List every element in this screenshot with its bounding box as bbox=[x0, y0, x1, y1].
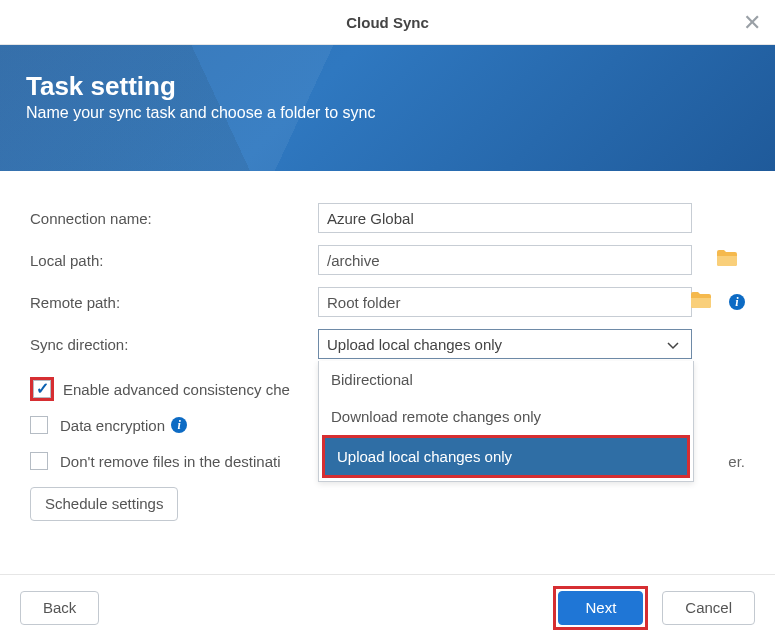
cancel-button[interactable]: Cancel bbox=[662, 591, 755, 625]
highlight-adv-checkbox bbox=[30, 377, 54, 401]
checkbox-advanced-consistency[interactable] bbox=[33, 380, 51, 398]
close-icon[interactable]: ✕ bbox=[743, 10, 761, 36]
connection-name-input[interactable] bbox=[318, 203, 692, 233]
label-advanced-consistency: Enable advanced consistency che bbox=[63, 381, 290, 398]
row-connection-name: Connection name: bbox=[30, 197, 745, 239]
option-download-only[interactable]: Download remote changes only bbox=[319, 398, 693, 435]
info-icon[interactable]: i bbox=[171, 417, 187, 433]
label-dont-remove-trail: er. bbox=[728, 453, 745, 470]
label-connection-name: Connection name: bbox=[30, 210, 318, 227]
sync-direction-dropdown: Bidirectional Download remote changes on… bbox=[318, 361, 694, 482]
label-remote-path: Remote path: bbox=[30, 294, 318, 311]
back-button[interactable]: Back bbox=[20, 591, 99, 625]
local-path-input[interactable] bbox=[318, 245, 692, 275]
dialog-footer: Back Next Cancel bbox=[0, 574, 775, 640]
titlebar-title: Cloud Sync bbox=[346, 14, 429, 31]
checkbox-data-encryption[interactable] bbox=[30, 416, 48, 434]
folder-icon[interactable] bbox=[717, 250, 737, 266]
banner-title: Task setting bbox=[26, 71, 749, 102]
folder-icon[interactable] bbox=[691, 292, 711, 308]
row-remote-path: Remote path: i bbox=[30, 281, 745, 323]
label-local-path: Local path: bbox=[30, 252, 318, 269]
next-button[interactable]: Next bbox=[558, 591, 643, 625]
banner: Task setting Name your sync task and cho… bbox=[0, 45, 775, 171]
info-icon[interactable]: i bbox=[729, 294, 745, 310]
sync-direction-select[interactable]: Upload local changes only bbox=[318, 329, 692, 359]
sync-direction-value: Upload local changes only bbox=[327, 336, 502, 353]
label-data-encryption: Data encryption bbox=[60, 417, 165, 434]
task-setting-form: Connection name: Local path: Remote path… bbox=[0, 171, 775, 574]
remote-path-input[interactable] bbox=[318, 287, 692, 317]
highlight-next-button: Next bbox=[553, 586, 648, 630]
highlight-upload-only: Upload local changes only bbox=[322, 435, 690, 478]
chevron-down-icon bbox=[667, 336, 679, 353]
schedule-settings-button[interactable]: Schedule settings bbox=[30, 487, 178, 521]
banner-subtitle: Name your sync task and choose a folder … bbox=[26, 104, 749, 122]
titlebar: Cloud Sync ✕ bbox=[0, 0, 775, 45]
label-dont-remove: Don't remove files in the destinati bbox=[60, 453, 280, 470]
row-local-path: Local path: bbox=[30, 239, 745, 281]
cloud-sync-dialog: Cloud Sync ✕ Task setting Name your sync… bbox=[0, 0, 775, 640]
option-bidirectional[interactable]: Bidirectional bbox=[319, 361, 693, 398]
checkbox-dont-remove[interactable] bbox=[30, 452, 48, 470]
label-sync-direction: Sync direction: bbox=[30, 336, 318, 353]
option-upload-only[interactable]: Upload local changes only bbox=[325, 438, 687, 475]
row-sync-direction: Sync direction: Upload local changes onl… bbox=[30, 323, 745, 365]
